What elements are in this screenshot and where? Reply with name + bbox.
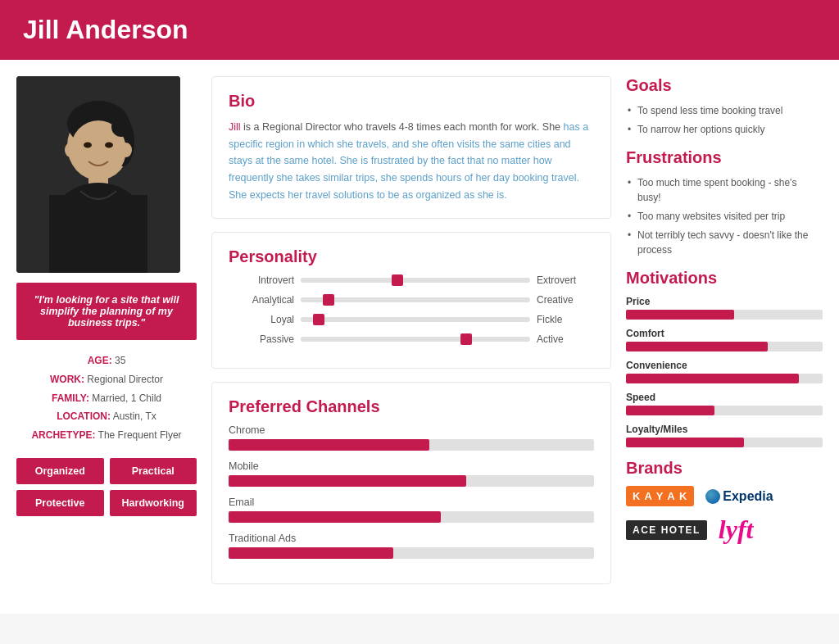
header: Jill Anderson: [0, 0, 839, 60]
brand-lyft: lyft: [719, 515, 754, 545]
location-label: LOCATION:: [57, 410, 111, 422]
right-column: Goals To spend less time booking travel …: [626, 76, 823, 597]
channel-chrome: Chrome: [229, 424, 594, 451]
goals-section: Goals To spend less time booking travel …: [626, 76, 823, 137]
location-value: Austin, Tx: [113, 410, 156, 422]
brand-ace-hotel: ACE HOTEL: [626, 520, 707, 540]
channel-mobile: Mobile: [229, 460, 594, 487]
profile-photo: [16, 76, 180, 273]
personality-row-2: Loyal Fickle: [229, 314, 594, 325]
frustrations-title: Frustrations: [626, 148, 823, 167]
motivation-speed: Speed: [626, 392, 823, 415]
channels-title: Preferred Channels: [229, 397, 594, 416]
traits-grid: Organized Practical Protective Hardworki…: [16, 458, 197, 516]
personality-section: Personality Introvert Extrovert Analytic…: [211, 232, 611, 369]
trait-practical: Practical: [110, 458, 197, 484]
brands-row-2: ACE HOTEL lyft: [626, 515, 823, 545]
motivations-title: Motivations: [626, 269, 823, 288]
archetype-label: ARCHETYPE:: [31, 429, 95, 441]
personality-row-1: Analytical Creative: [229, 294, 594, 306]
brand-kayak: K A Y A K: [626, 486, 694, 506]
age-value: 35: [115, 355, 125, 366]
frustrations-section: Frustrations Too much time spent booking…: [626, 148, 823, 257]
svg-point-9: [105, 143, 113, 148]
svg-point-6: [65, 143, 76, 157]
quote-box: "I'm looking for a site that will simpli…: [16, 283, 197, 340]
mid-column: Bio Jill is a Regional Director who trav…: [211, 76, 611, 597]
channels-section: Preferred Channels Chrome Mobile Email: [211, 382, 611, 584]
expedia-globe-icon: [705, 489, 720, 504]
frustration-item-2: Not terribly tech savvy - doesn't like t…: [626, 228, 823, 257]
frustration-item-0: Too much time spent booking - she's busy…: [626, 175, 823, 205]
work-label: WORK:: [50, 374, 84, 385]
channel-email: Email: [229, 497, 594, 523]
goals-title: Goals: [626, 76, 823, 95]
brand-expedia: Expedia: [705, 489, 773, 504]
motivation-loyalty: Loyalty/Miles: [626, 424, 823, 447]
motivation-price: Price: [626, 296, 823, 320]
page-title: Jill Anderson: [23, 15, 816, 45]
frustrations-list: Too much time spent booking - she's busy…: [626, 175, 823, 257]
left-column: "I'm looking for a site that will simpli…: [16, 76, 197, 597]
brands-title: Brands: [626, 459, 823, 478]
goals-list: To spend less time booking travel To nar…: [626, 103, 823, 137]
family-label: FAMILY:: [52, 392, 89, 404]
svg-point-5: [111, 117, 131, 137]
svg-rect-12: [49, 195, 147, 273]
personality-row-0: Introvert Extrovert: [229, 274, 594, 286]
info-section: AGE: 35 WORK: Regional Director FAMILY: …: [16, 351, 197, 445]
goal-item-0: To spend less time booking travel: [626, 103, 823, 118]
bio-text: Jill is a Regional Director who travels …: [229, 119, 594, 203]
svg-point-7: [120, 143, 132, 157]
family-value: Married, 1 Child: [92, 392, 161, 404]
trait-protective: Protective: [16, 490, 104, 516]
channel-traditional: Traditional Ads: [229, 533, 594, 559]
bio-section: Bio Jill is a Regional Director who trav…: [211, 76, 611, 219]
motivation-convenience: Convenience: [626, 360, 823, 383]
work-value: Regional Director: [87, 374, 163, 385]
trait-organized: Organized: [16, 458, 104, 484]
brands-row-1: K A Y A K Expedia: [626, 486, 823, 506]
personality-title: Personality: [229, 247, 594, 266]
motivation-comfort: Comfort: [626, 328, 823, 351]
frustration-item-1: Too many websites visited per trip: [626, 209, 823, 224]
bio-title: Bio: [229, 92, 594, 111]
brands-section: Brands K A Y A K Expedia ACE HOTEL lyft: [626, 459, 823, 545]
personality-row-3: Passive Active: [229, 333, 594, 345]
age-label: AGE:: [88, 355, 112, 366]
archetype-value: The Frequent Flyer: [98, 429, 182, 441]
svg-point-8: [84, 143, 92, 148]
motivations-section: Motivations Price Comfort Convenience: [626, 269, 823, 447]
goal-item-1: To narrow her options quickly: [626, 122, 823, 137]
trait-hardworking: Hardworking: [110, 490, 197, 516]
